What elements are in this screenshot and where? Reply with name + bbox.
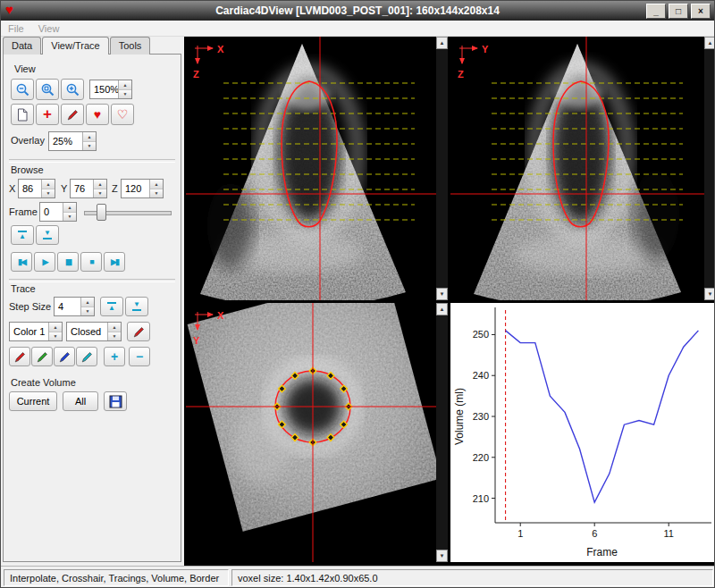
arrow-to-bottom-icon: ▼	[43, 230, 52, 239]
xy-view: X Y ▲ ▼	[186, 303, 448, 562]
trace-step-down-button[interactable]: ▼	[125, 297, 148, 316]
tab-strip: Data View/Trace Tools	[3, 37, 151, 55]
draw-trace-button[interactable]	[127, 322, 150, 341]
overlay-value: 25%	[49, 132, 82, 150]
step-size-spinner[interactable]: 4 ▲▼	[54, 297, 95, 316]
frame-slider[interactable]	[84, 203, 172, 221]
tab-tools[interactable]: Tools	[110, 37, 151, 55]
spinner-up-arrow[interactable]: ▲	[150, 180, 163, 189]
spinner-down-arrow[interactable]: ▼	[108, 332, 121, 341]
scroll-down-button[interactable]: ▼	[436, 550, 448, 562]
y-position-spinner[interactable]: 76 ▲▼	[70, 179, 107, 198]
last-frame-button[interactable]: ▶▮	[104, 252, 125, 272]
spinner-down-arrow[interactable]: ▼	[42, 189, 55, 198]
edit-trace-red-button[interactable]	[9, 347, 30, 366]
first-slice-button[interactable]: ▲	[11, 225, 34, 245]
close-button[interactable]: ×	[691, 4, 711, 19]
spinner-down-arrow[interactable]: ▼	[94, 189, 106, 198]
yz-image[interactable]: Y Z	[450, 37, 704, 300]
remove-point-button[interactable]: −	[129, 347, 150, 366]
create-all-button[interactable]: All	[63, 391, 98, 411]
last-slice-button[interactable]: ▼	[36, 225, 59, 245]
status-bar: Interpolate, Crosshair, Tracings, Volume…	[1, 566, 715, 588]
zoom-in-icon	[65, 82, 80, 97]
spinner-up-arrow[interactable]: ▲	[83, 132, 96, 142]
crosshair-toggle-button[interactable]: +	[36, 104, 59, 125]
first-frame-button[interactable]: ▮◀	[11, 252, 32, 272]
menu-file[interactable]: File	[8, 23, 24, 34]
spinner-down-arrow[interactable]: ▼	[49, 332, 62, 341]
snapshot-button[interactable]	[11, 104, 34, 125]
skip-start-icon: ▮◀	[18, 258, 25, 266]
spinner-up-arrow[interactable]: ▲	[94, 180, 106, 189]
scrollbar-track[interactable]	[704, 49, 715, 288]
z-position-spinner[interactable]: 120 ▲▼	[121, 179, 164, 198]
spinner-up-arrow[interactable]: ▲	[63, 203, 76, 213]
zoom-in-button[interactable]	[61, 79, 84, 100]
spinner-up-arrow[interactable]: ▲	[119, 80, 131, 90]
vertical-scrollbar[interactable]: ▲ ▼	[704, 37, 715, 300]
spinner-down-arrow[interactable]: ▼	[81, 307, 94, 316]
edit-trace-teal-button[interactable]	[76, 347, 97, 366]
view-trace-page: View	[3, 54, 181, 562]
spinner-down-arrow[interactable]: ▼	[150, 189, 163, 198]
trace-color-select[interactable]: Color 1 ▲▼	[9, 322, 63, 341]
trace-mode-select[interactable]: Closed ▲▼	[66, 322, 122, 341]
minimize-button[interactable]: _	[646, 4, 666, 19]
zoom-fit-button[interactable]	[36, 79, 59, 100]
scroll-up-button[interactable]: ▲	[704, 37, 715, 49]
vertical-scrollbar[interactable]: ▲ ▼	[436, 37, 448, 300]
xz-image[interactable]: X Z	[186, 37, 436, 300]
pencil-teal-icon	[80, 350, 94, 364]
edit-trace-blue-button[interactable]	[54, 347, 75, 366]
spinner-down-arrow[interactable]: ▼	[119, 90, 131, 99]
zoom-fit-icon	[40, 82, 55, 97]
spinner-up-arrow[interactable]: ▲	[42, 180, 55, 189]
pencil-green-icon	[36, 350, 49, 364]
save-volume-button[interactable]	[104, 391, 127, 411]
scrollbar-track[interactable]	[436, 49, 448, 288]
x-position-spinner[interactable]: 86 ▲▼	[18, 179, 55, 198]
view-section-label: View	[14, 63, 36, 74]
scrollbar-track[interactable]	[436, 315, 448, 550]
pause-button[interactable]: ▮▮	[57, 252, 79, 272]
xz-view: X Z ▲ ▼	[186, 37, 448, 300]
overlay-spinner[interactable]: 25% ▲▼	[48, 131, 97, 151]
stop-button[interactable]: ■	[80, 252, 102, 272]
scroll-up-button[interactable]: ▲	[436, 37, 448, 49]
volume-toggle-button[interactable]: ♥	[86, 104, 109, 125]
tracings-toggle-button[interactable]	[61, 104, 84, 125]
create-current-button[interactable]: Current	[9, 391, 57, 411]
spinner-down-arrow[interactable]: ▼	[83, 142, 96, 151]
scroll-up-button[interactable]: ▲	[436, 303, 448, 315]
scroll-down-button[interactable]: ▼	[436, 288, 448, 300]
tab-data[interactable]: Data	[3, 37, 41, 55]
slider-thumb[interactable]	[97, 204, 106, 221]
frame-spinner[interactable]: 0 ▲▼	[39, 202, 77, 222]
scroll-down-button[interactable]: ▼	[704, 288, 715, 300]
maximize-button[interactable]: □	[669, 4, 688, 19]
add-point-button[interactable]: +	[104, 347, 125, 366]
x-label: X	[9, 183, 15, 194]
spinner-up-arrow[interactable]: ▲	[81, 298, 94, 307]
menu-view[interactable]: View	[38, 23, 60, 34]
create-volume-label: Create Volume	[11, 377, 76, 388]
border-toggle-button[interactable]: ♡	[111, 104, 134, 125]
volume-chart-svg[interactable]: 2102202302402501611Volume (ml)Frame	[450, 303, 715, 562]
trace-step-up-button[interactable]: ▲	[100, 297, 123, 316]
spinner-down-arrow[interactable]: ▼	[63, 213, 76, 222]
xy-image[interactable]: X Y	[186, 303, 436, 562]
y-axis-label: Volume (ml)	[453, 388, 466, 445]
edit-trace-green-button[interactable]	[31, 347, 53, 366]
spinner-up-arrow[interactable]: ▲	[49, 323, 62, 332]
vertical-scrollbar[interactable]: ▲ ▼	[436, 303, 448, 562]
x-position-value: 86	[19, 180, 41, 197]
tab-view-trace[interactable]: View/Trace	[42, 37, 108, 55]
spinner-up-arrow[interactable]: ▲	[108, 323, 121, 332]
arrow-to-top-icon: ▲	[107, 301, 116, 311]
zoom-level-spinner[interactable]: 150% ▲▼	[89, 80, 132, 99]
play-button[interactable]: ▶	[34, 252, 55, 272]
zoom-out-button[interactable]	[11, 79, 34, 100]
yz-view: Y Z ▲ ▼	[450, 37, 715, 300]
volume-vs-frame-chart[interactable]: 2102202302402501611Volume (ml)Frame	[450, 303, 715, 564]
